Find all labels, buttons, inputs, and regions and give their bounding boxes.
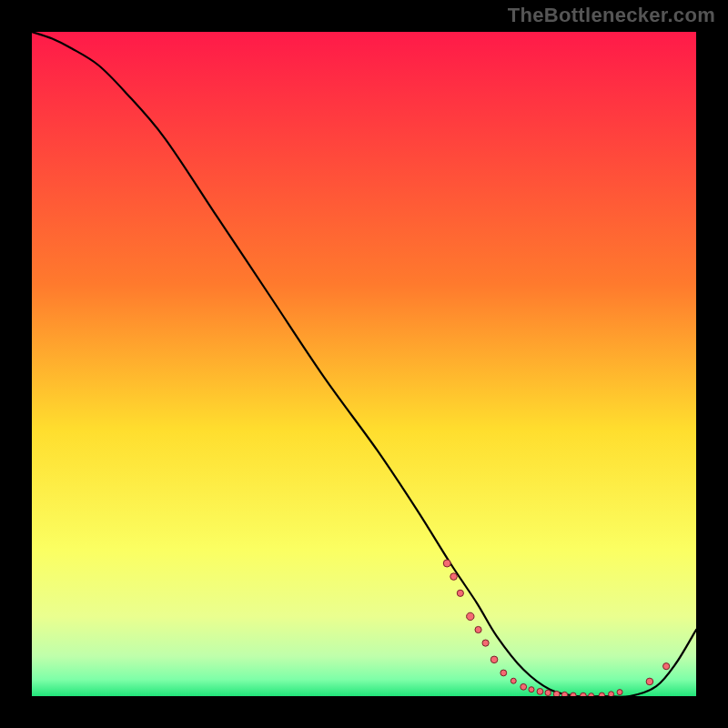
data-marker bbox=[561, 692, 567, 696]
gradient-background bbox=[32, 32, 696, 696]
data-marker bbox=[443, 560, 450, 567]
data-marker bbox=[571, 693, 576, 696]
data-marker bbox=[617, 690, 622, 695]
data-marker bbox=[663, 663, 670, 670]
data-marker bbox=[457, 590, 463, 596]
chart-plot-area bbox=[32, 32, 696, 696]
data-marker bbox=[545, 690, 551, 695]
data-marker bbox=[529, 687, 534, 693]
data-marker bbox=[537, 688, 543, 694]
data-marker bbox=[475, 626, 481, 632]
data-marker bbox=[609, 692, 614, 696]
data-marker bbox=[599, 693, 604, 696]
data-marker bbox=[553, 691, 560, 696]
data-marker bbox=[521, 683, 527, 690]
data-marker bbox=[450, 573, 458, 581]
data-marker bbox=[490, 656, 498, 663]
data-marker bbox=[581, 693, 587, 696]
data-marker bbox=[646, 678, 653, 685]
data-marker bbox=[467, 612, 474, 620]
data-marker bbox=[500, 670, 507, 676]
data-marker bbox=[589, 693, 594, 696]
data-marker bbox=[511, 678, 516, 683]
data-marker bbox=[482, 640, 489, 646]
chart-stage: TheBottlenecker.com bbox=[0, 0, 728, 728]
bottleneck-chart bbox=[32, 32, 696, 696]
watermark-label: TheBottlenecker.com bbox=[508, 4, 715, 27]
